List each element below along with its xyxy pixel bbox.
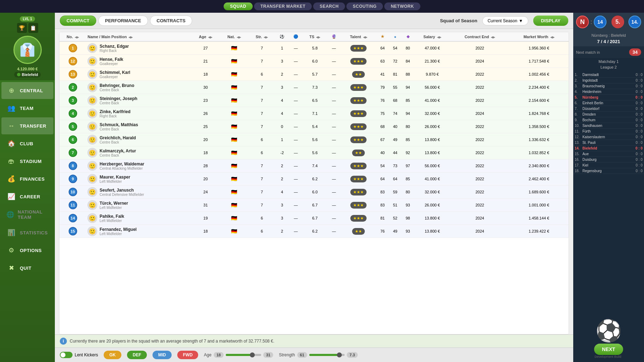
sidebar-item-career[interactable]: 📈 CAREER xyxy=(1,188,53,205)
sidebar-item-transfer[interactable]: ↔ TRANSFER xyxy=(1,117,53,134)
nav-transfer-market[interactable]: TRANSFER MARKET xyxy=(254,2,312,10)
sidebar-item-options[interactable]: ⚙ OPTIONS xyxy=(1,242,53,259)
standings-row: 7. Düsseldorf 0 : 0 xyxy=(573,106,644,112)
col-nat[interactable]: Nat. ◀▶ xyxy=(220,32,248,41)
col-icon1[interactable]: ⚽ xyxy=(275,32,289,41)
player-salary: 21.300 € xyxy=(414,55,450,68)
player-talent-stars: ★★★ xyxy=(350,58,367,65)
filter-gk[interactable]: GK xyxy=(104,351,121,359)
age-range-thumb[interactable] xyxy=(250,352,255,357)
sidebar-label-club: CLUB xyxy=(20,141,33,146)
sidebar-item-national-team[interactable]: 🌐 NATIONAL TEAM xyxy=(1,206,53,223)
player-icon-col: — xyxy=(289,68,303,81)
player-salary: 56.000 € xyxy=(414,159,450,173)
team-dot xyxy=(17,73,21,76)
nav-squad[interactable]: SQUAD xyxy=(224,2,253,10)
sidebar-item-team[interactable]: 👥 TEAM xyxy=(1,100,53,117)
table-row[interactable]: 9 🙂 Maurer, Kasper Left Midfielder 20 🇩🇪… xyxy=(59,173,569,186)
table-row[interactable]: 13 🙂 Schimmel, Karl Goalkeeper 18 🇩🇪 6 2… xyxy=(59,68,569,81)
player-name: Pahlke, Falk xyxy=(99,214,124,219)
col-contract-end[interactable]: Contract End ◀▶ xyxy=(450,32,509,41)
col-age[interactable]: Age ◀▶ xyxy=(191,32,220,41)
col-t2[interactable]: ● xyxy=(389,32,402,41)
subnav-compact[interactable]: COMPACT xyxy=(60,16,96,26)
player-strength: 6 xyxy=(248,225,275,238)
player-ts: 7.3 xyxy=(303,81,327,94)
subnav-contracts[interactable]: CONTRACTS xyxy=(150,16,192,26)
sidebar-item-finances[interactable]: 💰 FINANCES xyxy=(1,170,53,187)
standings-team: Bielefeld xyxy=(581,146,626,151)
nav-network[interactable]: NETWORK xyxy=(384,2,420,10)
age-range-track[interactable] xyxy=(226,354,261,356)
sidebar-item-club[interactable]: 🏠 CLUB xyxy=(1,135,53,152)
player-talent-s1: 64 xyxy=(376,173,389,186)
player-age: 23 xyxy=(191,94,220,107)
standings-team: Darmstadt xyxy=(581,72,626,78)
table-row[interactable]: 14 🙂 Pahlke, Falk Left Midfielder 19 🇩🇪 … xyxy=(59,212,569,225)
str-range-track[interactable] xyxy=(309,354,345,356)
age-min-value: 18 xyxy=(214,352,224,358)
filter-fwd[interactable]: FWD xyxy=(177,351,198,359)
filter-def[interactable]: DEF xyxy=(127,351,147,359)
player-talent-s1: 83 xyxy=(376,199,389,212)
squad-table-area: No. ◀▶ Name / Main Position ◀▶ Age ◀▶ Na… xyxy=(59,32,569,334)
season-select[interactable]: Current Season ▼ xyxy=(482,16,528,25)
standings-pos: 15. xyxy=(573,151,581,157)
col-market-worth[interactable]: Market Worth ◀▶ xyxy=(509,32,569,41)
player-name: Greichlich, Harald xyxy=(99,135,136,140)
col-talent[interactable]: Talent ◀▶ xyxy=(341,32,376,41)
mascot: ⚽ xyxy=(596,320,622,341)
table-row[interactable]: 7 🙂 Kulmarczyk, Artur Centre Back 18 🇩🇪 … xyxy=(59,146,569,159)
filter-mid[interactable]: MID xyxy=(153,351,172,359)
table-row[interactable]: 1 🙂 Schanz, Edgar Right Back 27 🇩🇪 7 1 —… xyxy=(59,41,569,55)
table-row[interactable]: 11 🙂 Türck, Werner Left Midfielder 31 🇩🇪… xyxy=(59,199,569,212)
player-talent-s3: 93 xyxy=(402,225,414,238)
subnav-performance[interactable]: PERFORMANCE xyxy=(98,16,148,26)
transfer-icon: ↔ xyxy=(6,121,16,131)
col-no[interactable]: No. ◀▶ xyxy=(59,32,86,41)
table-row[interactable]: 10 🙂 Seufert, Janusch Central Defensive … xyxy=(59,186,569,199)
standings-score: 0 : 0 xyxy=(626,129,644,134)
col-name[interactable]: Name / Main Position ◀▶ xyxy=(86,32,191,41)
col-t1[interactable]: ★ xyxy=(376,32,389,41)
match-date: 7 / 4 / 2021 xyxy=(576,39,641,44)
col-icon2[interactable]: 🔵 xyxy=(289,32,303,41)
sidebar-item-quit[interactable]: ✖ QUIT xyxy=(1,259,53,276)
table-row[interactable]: 3 🙂 Steininger, Joseph Centre Back 23 🇩🇪… xyxy=(59,94,569,107)
nav-scouting[interactable]: SCOUTING xyxy=(346,2,383,10)
nav-search[interactable]: SEARCH xyxy=(313,2,345,10)
lent-kickers-switch[interactable] xyxy=(60,352,73,358)
table-row[interactable]: 8 🙂 Herzberger, Waldemar Central Attacki… xyxy=(59,159,569,173)
player-talent-s2: 52 xyxy=(389,212,402,225)
player-position: Centre Back xyxy=(99,101,137,105)
table-row[interactable]: 12 🙂 Hense, Falk Goalkeeper 21 🇩🇪 7 3 — … xyxy=(59,55,569,68)
str-range-thumb[interactable] xyxy=(337,352,342,357)
sidebar-item-statistics[interactable]: 📊 STATISTICS xyxy=(1,224,53,241)
player-talent-stars: ★★★ xyxy=(350,189,367,195)
player-talent-s1: 76 xyxy=(376,225,389,238)
str-max-value: 7.3 xyxy=(347,352,358,358)
manager-icon-1[interactable]: 🏆 xyxy=(17,23,27,33)
col-str[interactable]: Str. ◀▶ xyxy=(248,32,275,41)
manager-icon-2[interactable]: 📋 xyxy=(28,23,38,33)
col-salary[interactable]: Salary ◀▶ xyxy=(414,32,450,41)
player-contract-end: 2022 xyxy=(450,173,509,186)
left-sidebar: LVL 1 🏆 📋 👔 4.120.000 € Bielefeld ⊕ CENT… xyxy=(0,13,55,362)
col-ts[interactable]: TS ◀▶ xyxy=(303,32,327,41)
table-row[interactable]: 6 🙂 Greichlich, Harald Centre Back 20 🇩🇪… xyxy=(59,133,569,146)
player-nationality: 🇩🇪 xyxy=(230,188,238,196)
col-icon3[interactable]: 🔮 xyxy=(327,32,341,41)
sidebar-item-stadium[interactable]: 🏟 STADIUM xyxy=(1,153,53,170)
table-row[interactable]: 15 🙂 Fernandez, Miguel Left Midfielder 1… xyxy=(59,225,569,238)
table-row[interactable]: 4 🙂 Zinke, Karlfried Right Back 26 🇩🇪 7 … xyxy=(59,107,569,120)
display-button[interactable]: DISPLAY xyxy=(533,16,568,26)
player-position: Centre Back xyxy=(99,88,134,92)
table-row[interactable]: 2 🙂 Behringer, Bruno Centre Back 30 🇩🇪 7… xyxy=(59,81,569,94)
strength-label: Strength xyxy=(279,352,295,357)
standings-row: 1. Darmstadt 0 : 0 xyxy=(573,72,644,78)
table-row[interactable]: 5 🙂 Schmuck, Matthias Centre Back 25 🇩🇪 … xyxy=(59,120,569,133)
player-number: 13 xyxy=(69,70,77,78)
col-t3[interactable]: ◆ xyxy=(402,32,414,41)
sidebar-item-central[interactable]: ⊕ CENTRAL xyxy=(1,82,53,99)
next-button[interactable]: NEXT xyxy=(594,344,623,355)
